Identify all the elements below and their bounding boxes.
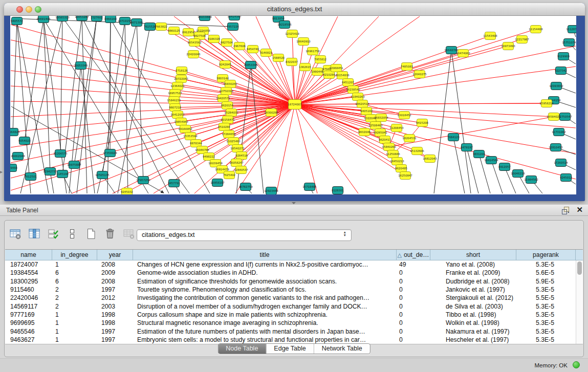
cell-short[interactable]: Yano et al. (2008) [430,261,516,268]
column-header-pagerank[interactable]: pagerank [516,250,576,260]
graph-node[interactable]: 9415208 [416,119,429,127]
graph-node[interactable]: 18620514 [355,100,369,108]
cell-out[interactable]: 0 [397,278,430,285]
cell-title[interactable]: Tourette syndrome. Phenomenology and cla… [133,286,397,293]
graph-node[interactable]: 15718485 [302,183,316,191]
graph-node[interactable]: 12325419 [285,30,299,38]
graph-node[interactable]: 9457791 [168,180,180,187]
float-panel-icon[interactable] [561,206,570,214]
graph-node[interactable]: 11840263 [351,93,364,101]
graph-node[interactable]: 9129969 [557,53,570,60]
graph-node[interactable]: 8322037 [286,58,298,66]
graph-node[interactable]: 15958214 [539,100,554,107]
graph-node[interactable]: 20853346 [244,61,258,69]
graph-node[interactable]: 17260514 [554,159,568,167]
cell-year[interactable]: 1998 [97,311,133,318]
graph-node[interactable]: 11208453 [389,124,403,132]
row-check-icon[interactable] [47,227,60,240]
graph-node[interactable]: 8128301 [332,187,344,194]
cell-out[interactable]: 0 [397,294,430,301]
graph-node[interactable]: 7663822 [155,23,167,31]
cell-in_degree[interactable]: 1 [52,336,97,343]
graph-node[interactable]: 1990448 [311,68,324,76]
cell-pagerank[interactable]: 5.3E-5 [516,261,576,268]
graph-node[interactable]: 8912057 [498,163,511,171]
graph-node[interactable]: 11543408 [483,32,497,40]
table-selector-dropdown[interactable]: citations_edges.txt ▲▼ [137,229,352,241]
graph-node[interactable]: 11154408 [529,26,543,33]
collapsed-panel-chevron[interactable]: ▸ [0,169,3,174]
cell-year[interactable]: 1998 [97,319,133,326]
graph-node[interactable]: 9827504 [221,39,233,47]
graph-node[interactable]: 20158471 [221,116,234,124]
cell-out[interactable]: 0 [397,269,430,276]
cell-name[interactable]: 9777169 [5,311,52,318]
graph-node[interactable]: 18450213 [390,158,404,165]
graph-node[interactable]: 9860125 [168,27,180,35]
graph-node[interactable]: 20722047 [174,75,188,83]
graph-node[interactable]: 2967606 [233,42,246,50]
graph-node[interactable]: 1527602 [91,16,103,21]
graph-node[interactable]: 10975887 [67,161,81,169]
vertical-scrollbar[interactable] [576,260,583,344]
graph-node[interactable]: 20053346 [74,62,88,70]
cell-short[interactable]: Wolkin et al. (1998) [430,319,516,326]
cell-title[interactable]: Genome-wide association studies in ADHD. [133,269,397,276]
graph-node[interactable]: 19166852 [178,125,192,133]
close-panel-icon[interactable]: ✕ [576,205,583,214]
graph-node[interactable]: 16782759 [238,183,253,191]
graph-node[interactable]: 17284650 [222,130,236,138]
cell-year[interactable]: 2008 [97,278,133,285]
graph-node[interactable]: 12217987 [515,36,529,43]
graph-node[interactable]: 9510284 [218,123,231,131]
graph-node[interactable]: 1362615 [299,63,311,71]
graph-node[interactable]: 16250847 [398,172,412,180]
graph-node[interactable]: 9620485 [395,165,407,172]
column-header-year[interactable]: year [97,250,133,260]
graph-node[interactable]: 12923448 [264,187,278,195]
graph-node[interactable]: 16832054 [374,114,388,122]
cell-out[interactable]: 0 [397,286,430,293]
graph-node[interactable]: 8466160 [104,16,117,23]
graph-node[interactable]: 16238540 [346,86,360,94]
combo-stepper-icon[interactable]: ▲▼ [343,231,346,237]
delete-table-icon[interactable] [122,227,136,240]
cell-short[interactable]: Stergiakouli et al. (2012) [430,294,516,301]
cell-title[interactable]: Embryonic stem cells: a model to study s… [133,336,397,343]
graph-node[interactable]: 8454749 [247,46,259,53]
cell-in_degree[interactable]: 2 [52,294,97,301]
graph-node[interactable]: 7857224 [227,23,239,31]
graph-node[interactable]: 22420046 [186,51,201,58]
cell-short[interactable]: Franke et al. (2009) [430,269,516,276]
graph-node[interactable]: 7955812 [314,56,326,63]
graph-node[interactable]: 9405182 [360,107,373,115]
panel-splitter[interactable] [0,201,588,205]
graph-node[interactable]: 12640275 [412,71,426,78]
graph-node[interactable]: 7684123 [447,134,460,141]
cell-name[interactable]: 22420046 [5,294,52,301]
graph-node[interactable]: 11984562 [524,176,538,184]
column-header-in_degree[interactable]: in_degree [52,250,97,260]
graph-node[interactable]: 9832046 [358,128,371,136]
cell-out[interactable]: 0 [397,311,430,318]
cell-short[interactable]: Dudbridge et al. (2008) [430,278,516,285]
graph-node[interactable]: 7612501 [25,173,37,181]
graph-node[interactable]: 12508463 [368,122,382,129]
cell-pagerank[interactable]: 5.3E-5 [516,328,576,335]
graph-node[interactable]: 19420571 [216,95,230,102]
memory-status-icon[interactable] [573,361,580,368]
graph-node[interactable]: 15846231 [167,97,181,104]
graph-node[interactable]: 9119468 [10,164,18,172]
graph-node[interactable]: 16830241 [223,80,237,88]
cell-year[interactable]: 2008 [97,261,133,268]
cell-pagerank[interactable]: 5.3E-5 [516,319,576,326]
table-row[interactable]: 969969511998Structural magnetic resonanc… [5,319,576,327]
graph-node[interactable]: 15132606 [410,147,424,155]
graph-node[interactable]: 16543562 [187,39,201,47]
graph-node[interactable]: 21206575 [53,150,67,158]
graph-node[interactable]: 1145194 [56,170,69,178]
table-settings-icon[interactable] [9,227,22,240]
table-row[interactable]: 2242004622012Investigating the contribut… [5,294,576,302]
cell-in_degree[interactable]: 1 [52,261,97,268]
cell-year[interactable]: 2009 [97,269,133,276]
